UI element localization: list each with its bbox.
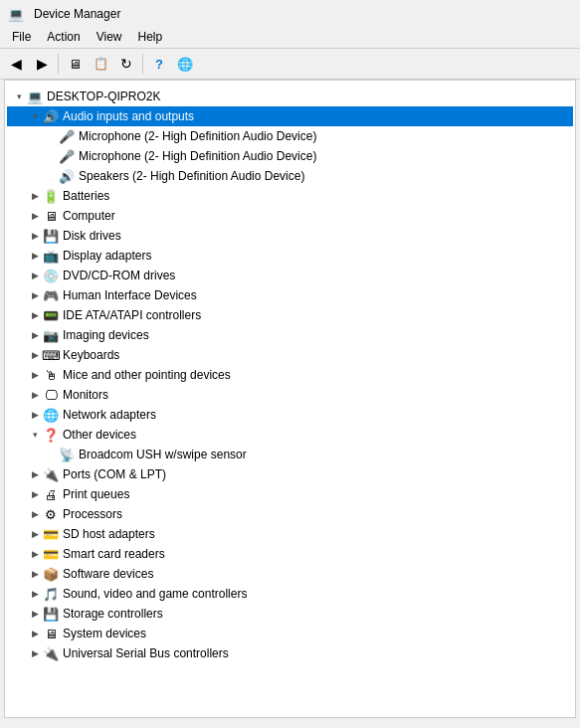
tree-item-mic2[interactable]: 🎤 Microphone (2- High Definition Audio D…	[7, 146, 573, 166]
keyboard-label: Keyboards	[63, 348, 119, 362]
broadcom-icon: 📡	[59, 447, 75, 462]
sound-label: Sound, video and game controllers	[63, 587, 247, 601]
computer-button[interactable]: 🖥	[63, 52, 87, 76]
expand-usb[interactable]: ▶	[27, 645, 43, 661]
tree-item-other[interactable]: ▾ ❓ Other devices	[7, 425, 573, 445]
expand-other[interactable]: ▾	[27, 427, 43, 443]
toolbar-separator-1	[58, 54, 59, 74]
print-icon: 🖨	[43, 486, 59, 502]
tree-item-sysdev[interactable]: ▶ 🖥 System devices	[7, 624, 573, 643]
dvd-icon: 💿	[43, 268, 59, 283]
refresh-button[interactable]: ↻	[114, 52, 138, 76]
sysdev-label: System devices	[63, 627, 146, 640]
ide-icon: 📟	[43, 307, 59, 323]
tree-item-ports[interactable]: ▶ 🔌 Ports (COM & LPT)	[7, 464, 573, 484]
tree-item-print[interactable]: ▶ 🖨 Print queues	[7, 484, 573, 504]
tree-item-comp[interactable]: ▶ 🖥 Computer	[7, 206, 573, 226]
network-icon: 🌐	[43, 407, 59, 423]
tree-item-monitors[interactable]: ▶ 🖵 Monitors	[7, 385, 573, 405]
expand-monitors[interactable]: ▶	[27, 387, 43, 403]
expand-disk[interactable]: ▶	[27, 228, 43, 244]
ide-label: IDE ATA/ATAPI controllers	[63, 308, 201, 322]
mic1-icon: 🎤	[59, 128, 75, 144]
expand-sysdev[interactable]: ▶	[27, 626, 43, 641]
forward-button[interactable]: ▶	[30, 52, 54, 76]
expand-ide[interactable]: ▶	[27, 307, 43, 323]
expand-hid[interactable]: ▶	[27, 287, 43, 303]
tree-item-computer[interactable]: ▾ 💻 DESKTOP-QIPRO2K	[7, 87, 573, 106]
other-icon: ❓	[43, 427, 59, 443]
expand-display[interactable]: ▶	[27, 248, 43, 264]
properties-button[interactable]: 📋	[89, 52, 112, 76]
tree-item-mice[interactable]: ▶ 🖱 Mice and other pointing devices	[7, 365, 573, 385]
smartcard-label: Smart card readers	[63, 547, 165, 561]
expand-software[interactable]: ▶	[27, 566, 43, 582]
device-manager-tree[interactable]: ▾ 💻 DESKTOP-QIPRO2K ▾ 🔊 Audio inputs and…	[4, 80, 576, 718]
tree-item-imaging[interactable]: ▶ 📷 Imaging devices	[7, 325, 573, 345]
tree-item-broadcom[interactable]: 📡 Broadcom USH w/swipe sensor	[7, 445, 573, 464]
speakers-label: Speakers (2- High Definition Audio Devic…	[79, 169, 304, 183]
tree-item-speakers[interactable]: 🔊 Speakers (2- High Definition Audio Dev…	[7, 166, 573, 186]
disk-label: Disk drives	[63, 229, 121, 243]
computer-label: DESKTOP-QIPRO2K	[47, 90, 160, 103]
sysdev-icon: 🖥	[43, 626, 59, 641]
expand-dvd[interactable]: ▶	[27, 268, 43, 283]
help-button[interactable]: ?	[147, 52, 171, 76]
expand-smartcard[interactable]: ▶	[27, 546, 43, 562]
usb-icon: 🔌	[43, 645, 59, 661]
ports-label: Ports (COM & LPT)	[63, 467, 166, 481]
tree-item-audio[interactable]: ▾ 🔊 Audio inputs and outputs	[7, 106, 573, 126]
imaging-label: Imaging devices	[63, 328, 149, 342]
expand-sound[interactable]: ▶	[27, 586, 43, 602]
expand-comp[interactable]: ▶	[27, 208, 43, 224]
tree-item-ide[interactable]: ▶ 📟 IDE ATA/ATAPI controllers	[7, 305, 573, 325]
expand-computer[interactable]: ▾	[11, 89, 27, 104]
expand-imaging[interactable]: ▶	[27, 327, 43, 343]
mice-label: Mice and other pointing devices	[63, 368, 231, 382]
monitors-label: Monitors	[63, 388, 108, 402]
tree-item-keyboard[interactable]: ▶ ⌨ Keyboards	[7, 345, 573, 365]
menu-action[interactable]: Action	[39, 28, 88, 46]
tree-item-dvd[interactable]: ▶ 💿 DVD/CD-ROM drives	[7, 266, 573, 285]
app-icon: 💻	[8, 6, 24, 22]
expand-storage[interactable]: ▶	[27, 606, 43, 622]
network-label: Network adapters	[63, 408, 156, 422]
processors-label: Processors	[63, 507, 122, 521]
expand-processors[interactable]: ▶	[27, 506, 43, 522]
tree-item-hid[interactable]: ▶ 🎮 Human Interface Devices	[7, 285, 573, 305]
toolbar-separator-2	[142, 54, 143, 74]
expand-batteries[interactable]: ▶	[27, 188, 43, 204]
back-button[interactable]: ◀	[4, 52, 28, 76]
tree-item-display[interactable]: ▶ 📺 Display adapters	[7, 246, 573, 266]
processors-icon: ⚙	[43, 506, 59, 522]
expand-mice[interactable]: ▶	[27, 367, 43, 383]
tree-item-usb[interactable]: ▶ 🔌 Universal Serial Bus controllers	[7, 643, 573, 663]
monitors-icon: 🖵	[43, 387, 59, 403]
tree-item-processors[interactable]: ▶ ⚙ Processors	[7, 504, 573, 524]
expand-ports[interactable]: ▶	[27, 466, 43, 482]
ports-icon: 🔌	[43, 466, 59, 482]
tree-item-sd[interactable]: ▶ 💳 SD host adapters	[7, 524, 573, 544]
audio-icon: 🔊	[43, 108, 59, 124]
hid-label: Human Interface Devices	[63, 288, 197, 302]
broadcom-label: Broadcom USH w/swipe sensor	[79, 448, 247, 461]
tree-item-network[interactable]: ▶ 🌐 Network adapters	[7, 405, 573, 425]
menu-help[interactable]: Help	[130, 28, 171, 46]
tree-item-mic1[interactable]: 🎤 Microphone (2- High Definition Audio D…	[7, 126, 573, 146]
network-button[interactable]: 🌐	[173, 52, 197, 76]
tree-item-sound[interactable]: ▶ 🎵 Sound, video and game controllers	[7, 584, 573, 604]
mic1-label: Microphone (2- High Definition Audio Dev…	[79, 129, 316, 143]
menu-file[interactable]: File	[4, 28, 39, 46]
tree-item-smartcard[interactable]: ▶ 💳 Smart card readers	[7, 544, 573, 564]
tree-item-batteries[interactable]: ▶ 🔋 Batteries	[7, 186, 573, 206]
expand-sd[interactable]: ▶	[27, 526, 43, 542]
menu-view[interactable]: View	[89, 28, 130, 46]
tree-item-storage[interactable]: ▶ 💾 Storage controllers	[7, 604, 573, 624]
expand-print[interactable]: ▶	[27, 486, 43, 502]
print-label: Print queues	[63, 487, 129, 501]
tree-item-software[interactable]: ▶ 📦 Software devices	[7, 564, 573, 584]
expand-audio[interactable]: ▾	[27, 108, 43, 124]
mic2-label: Microphone (2- High Definition Audio Dev…	[79, 149, 316, 163]
expand-network[interactable]: ▶	[27, 407, 43, 423]
tree-item-disk[interactable]: ▶ 💾 Disk drives	[7, 226, 573, 246]
